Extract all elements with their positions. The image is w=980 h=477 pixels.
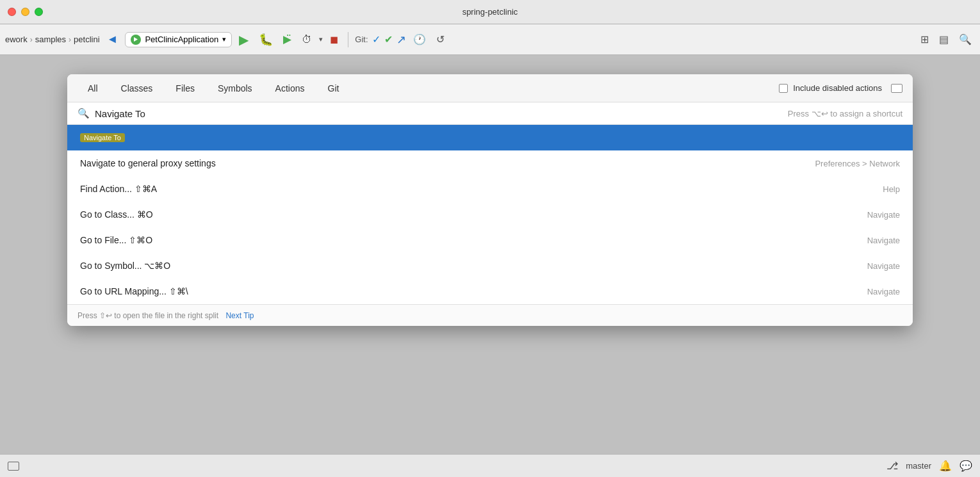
debug-button[interactable]: 🐛 xyxy=(256,31,276,49)
git-label: Git: xyxy=(355,35,368,44)
title-bar: spring-petclinic xyxy=(0,0,980,24)
tab-git[interactable]: Git xyxy=(318,78,350,99)
notifications-icon[interactable]: 🔔 xyxy=(939,460,952,472)
result-label: Navigate to general proxy settings xyxy=(80,158,216,168)
toolbar: ework › samples › petclini ◄ PetClinicAp… xyxy=(0,24,980,55)
back-button[interactable]: ◄ xyxy=(104,31,122,48)
result-item[interactable]: Find Action... ⇧⌘A Help xyxy=(67,176,913,202)
footer-spacer xyxy=(221,311,223,320)
search-popup: All Classes Files Symbols Actions Git In… xyxy=(67,74,913,326)
shortcut-hint: Press ⌥↩ to assign a shortcut xyxy=(788,109,902,118)
result-category: Navigate xyxy=(867,236,900,245)
tab-all[interactable]: All xyxy=(78,78,108,99)
result-item-name: Go to Symbol... ⌥⌘O xyxy=(80,261,867,271)
result-category: Navigate xyxy=(867,287,900,296)
tab-symbols[interactable]: Symbols xyxy=(208,78,263,99)
main-area: All Classes Files Symbols Actions Git In… xyxy=(0,55,980,454)
breadcrumb-part3: petclini xyxy=(74,35,99,44)
stop-button[interactable]: ◼ xyxy=(327,31,341,47)
result-category: Preferences > Network xyxy=(815,159,900,168)
breadcrumb-part2: samples xyxy=(35,35,66,44)
breadcrumb: ework › samples › petclini xyxy=(5,35,100,44)
window-controls xyxy=(8,8,43,16)
toolbar-divider-1 xyxy=(348,32,348,47)
run-config-selector[interactable]: PetClinicApplication ▾ xyxy=(125,32,232,47)
include-disabled-checkbox[interactable] xyxy=(779,84,788,93)
result-label: Go to File... ⇧⌘O xyxy=(80,235,152,245)
search-input[interactable] xyxy=(95,108,783,119)
result-item-name: Go to Class... ⌘O xyxy=(80,209,867,220)
ide-settings-icon[interactable]: ▤ xyxy=(936,31,952,47)
coverage-button[interactable]: ▶̈ xyxy=(280,31,295,48)
next-tip-link[interactable]: Next Tip xyxy=(225,311,254,320)
result-item[interactable]: Go to URL Mapping... ⇧⌘\ Navigate xyxy=(67,279,913,304)
include-disabled-container: Include disabled actions xyxy=(779,83,882,93)
run-button[interactable]: ▶ xyxy=(236,30,252,49)
result-category: Navigate xyxy=(867,210,900,220)
result-item-name: Navigate To xyxy=(80,133,900,142)
result-item[interactable]: Go to File... ⇧⌘O Navigate xyxy=(67,227,913,253)
window-title: spring-petclinic xyxy=(462,7,518,17)
result-item-name: Go to File... ⇧⌘O xyxy=(80,235,867,245)
project-structure-icon[interactable]: ⊞ xyxy=(917,31,932,47)
preview-toggle[interactable] xyxy=(891,84,902,93)
git-branch-label[interactable]: master xyxy=(906,461,931,471)
search-everywhere-icon[interactable]: 🔍 xyxy=(956,31,975,47)
git-revert-icon[interactable]: ↺ xyxy=(433,31,448,47)
tab-files[interactable]: Files xyxy=(165,78,205,99)
tab-classes[interactable]: Classes xyxy=(111,78,163,99)
minimize-button[interactable] xyxy=(21,8,29,16)
result-item[interactable]: Go to Class... ⌘O Navigate xyxy=(67,202,913,227)
breadcrumb-part1: ework xyxy=(5,35,28,44)
popup-tabs: All Classes Files Symbols Actions Git In… xyxy=(67,74,913,102)
run-config-label: PetClinicApplication xyxy=(145,35,218,44)
popup-footer: Press ⇧↩ to open the file in the right s… xyxy=(67,304,913,326)
status-bar: ⎇ master 🔔 💬 xyxy=(0,454,980,477)
maximize-button[interactable] xyxy=(35,8,43,16)
git-history-icon[interactable]: 🕐 xyxy=(410,31,429,47)
result-category: Navigate xyxy=(867,261,900,271)
git-commit-icon[interactable]: ✔ xyxy=(384,33,393,45)
result-label: Go to Class... ⌘O xyxy=(80,209,153,220)
status-left xyxy=(8,462,19,471)
status-right: ⎇ master 🔔 💬 xyxy=(886,460,972,472)
profiler-dropdown[interactable]: ▾ xyxy=(319,35,323,44)
result-item-name: Find Action... ⇧⌘A xyxy=(80,184,883,194)
result-item[interactable]: Navigate To xyxy=(67,125,913,150)
result-label: Go to Symbol... ⌥⌘O xyxy=(80,261,170,271)
include-disabled-label: Include disabled actions xyxy=(793,83,882,93)
result-item[interactable]: Navigate to general proxy settings Prefe… xyxy=(67,150,913,176)
git-update-icon[interactable]: ✓ xyxy=(372,33,380,45)
result-category: Help xyxy=(883,184,900,194)
result-item-name: Go to URL Mapping... ⇧⌘\ xyxy=(80,286,867,296)
results-list: Navigate To Navigate to general proxy se… xyxy=(67,125,913,304)
result-label: Find Action... ⇧⌘A xyxy=(80,184,157,194)
git-push-icon[interactable]: ↗ xyxy=(396,33,406,47)
search-bar: 🔍 Press ⌥↩ to assign a shortcut xyxy=(67,102,913,125)
search-status-icon[interactable]: 💬 xyxy=(960,460,972,472)
run-config-icon xyxy=(131,35,141,45)
tab-actions[interactable]: Actions xyxy=(265,78,315,99)
close-button[interactable] xyxy=(8,8,16,16)
git-branch-icon: ⎇ xyxy=(886,460,898,472)
footer-tip: Press ⇧↩ to open the file in the right s… xyxy=(78,311,218,320)
layout-icon[interactable] xyxy=(8,462,19,471)
run-config-dropdown-icon: ▾ xyxy=(222,35,226,44)
result-item[interactable]: Go to Symbol... ⌥⌘O Navigate xyxy=(67,253,913,279)
search-icon: 🔍 xyxy=(78,108,90,119)
result-item-name: Navigate to general proxy settings xyxy=(80,158,815,168)
result-label: Go to URL Mapping... ⇧⌘\ xyxy=(80,286,188,296)
result-badge: Navigate To xyxy=(80,133,125,142)
profiler-button[interactable]: ⏱ xyxy=(298,32,315,47)
